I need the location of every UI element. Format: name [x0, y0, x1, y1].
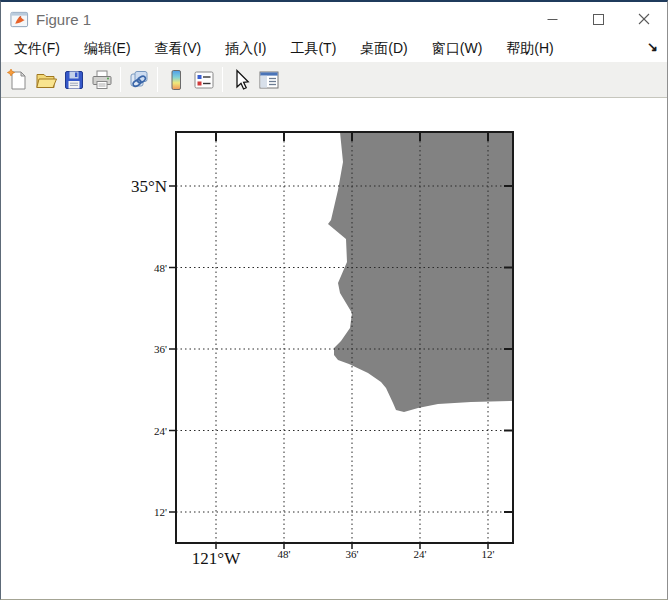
figure-canvas: 35°N 48' 36' 24' 12' 121°W 48' 36' 24' 1… — [1, 98, 667, 598]
figure-toolbar — [1, 62, 667, 98]
minimize-button[interactable] — [529, 2, 575, 36]
menu-insert[interactable]: 插入(I) — [219, 37, 272, 61]
menu-edit[interactable]: 编辑(E) — [78, 37, 137, 61]
save-figure-button[interactable] — [60, 66, 88, 94]
save-floppy-icon — [62, 68, 86, 92]
print-figure-button[interactable] — [88, 66, 116, 94]
menu-tools[interactable]: 工具(T) — [284, 37, 342, 61]
menu-desktop[interactable]: 桌面(D) — [354, 37, 413, 61]
toolbar-separator — [157, 67, 158, 92]
legend-icon — [192, 68, 216, 92]
y-tick-label-35N: 35°N — [131, 177, 167, 196]
edit-plot-button[interactable] — [227, 66, 255, 94]
y-tick-label-24m: 24' — [154, 425, 167, 437]
plot-tools-panel-icon — [257, 68, 281, 92]
menu-view[interactable]: 查看(V) — [149, 37, 208, 61]
maximize-button[interactable] — [575, 2, 621, 36]
window-title: Figure 1 — [36, 11, 91, 28]
menu-help[interactable]: 帮助(H) — [500, 37, 559, 61]
maximize-icon — [593, 14, 604, 25]
y-tick-label-12m: 12' — [154, 506, 167, 518]
title-bar: Figure 1 — [1, 2, 667, 36]
x-tick-label-36m: 36' — [346, 548, 359, 560]
window-controls — [529, 2, 667, 36]
show-plot-tools-button[interactable] — [255, 66, 283, 94]
minimize-icon — [547, 14, 558, 25]
link-plot-button[interactable] — [125, 66, 153, 94]
x-tick-label-48m: 48' — [278, 548, 291, 560]
x-tick-label-24m: 24' — [414, 548, 427, 560]
open-file-button[interactable] — [32, 66, 60, 94]
toolbar-separator — [222, 67, 223, 92]
menu-window[interactable]: 窗口(W) — [426, 37, 489, 61]
dock-figure-arrow-icon[interactable]: ↘ — [647, 39, 658, 54]
menu-file[interactable]: 文件(F) — [8, 37, 66, 61]
colorbar-icon — [164, 68, 188, 92]
cursor-arrow-icon — [229, 68, 253, 92]
open-folder-icon — [34, 68, 58, 92]
matlab-figure-icon — [10, 10, 29, 29]
map-plot: 35°N 48' 36' 24' 12' 121°W 48' 36' 24' 1… — [1, 98, 668, 598]
close-icon — [638, 13, 650, 25]
close-button[interactable] — [621, 2, 667, 36]
printer-icon — [90, 68, 114, 92]
insert-colorbar-button[interactable] — [162, 66, 190, 94]
y-tick-label-36m: 36' — [154, 343, 167, 355]
new-document-icon — [6, 68, 30, 92]
x-tick-label-121W: 121°W — [192, 549, 241, 568]
link-plot-icon — [127, 68, 151, 92]
toolbar-separator — [120, 67, 121, 92]
menu-bar: 文件(F) 编辑(E) 查看(V) 插入(I) 工具(T) 桌面(D) 窗口(W… — [1, 36, 667, 62]
new-figure-button[interactable] — [4, 66, 32, 94]
y-tick-label-48m: 48' — [154, 262, 167, 274]
x-tick-label-12m: 12' — [482, 548, 495, 560]
insert-legend-button[interactable] — [190, 66, 218, 94]
figure-window: Figure 1 文件(F) 编辑(E) 查看(V) — [0, 0, 668, 600]
